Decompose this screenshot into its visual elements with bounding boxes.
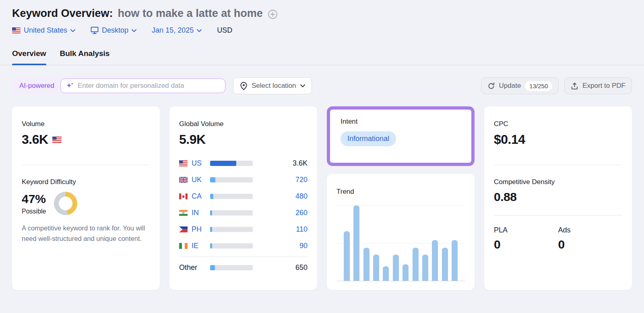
global-volume-row[interactable]: CA480: [179, 191, 308, 202]
trend-bar: [422, 255, 428, 281]
trend-bar: [353, 205, 359, 281]
global-volume-row[interactable]: IN260: [179, 207, 308, 218]
domain-input[interactable]: [78, 82, 220, 90]
volume-value: 3.6K: [22, 132, 48, 147]
volume-bar: [210, 210, 253, 216]
tab-overview[interactable]: Overview: [12, 49, 46, 65]
country-code-link[interactable]: IN: [192, 209, 206, 217]
difficulty-description: A competitive keyword to rank for. You w…: [22, 223, 150, 244]
update-label: Update: [499, 82, 521, 90]
divider: [494, 165, 622, 165]
trend-card: Trend: [327, 174, 475, 290]
volume-bar: [210, 161, 253, 166]
date-label: Jan 15, 2025: [152, 26, 194, 35]
competitive-density-value: 0.88: [494, 190, 622, 204]
page-title: Keyword Overview:: [12, 7, 113, 20]
divider: [22, 165, 150, 165]
volume-bar: [210, 243, 253, 249]
intent-label: Intent: [341, 118, 461, 126]
chevron-down-icon: [132, 29, 136, 32]
intent-card-highlighted: Intent Informational: [327, 106, 475, 166]
divider: [494, 215, 622, 216]
export-pdf-label: Export to PDF: [582, 82, 625, 90]
trend-bars: [336, 205, 465, 281]
cpc-card: CPC $0.14 Competitive Density 0.88 PLA 0…: [484, 106, 632, 290]
metrics-cards: Volume 3.6K Keyword Difficulty 47% Possi…: [12, 106, 632, 289]
controls-row: AI-powered Select location Update 13/250…: [12, 77, 632, 94]
country-code-link[interactable]: US: [192, 159, 206, 168]
ads-value: 0: [558, 238, 623, 251]
trend-bar: [363, 248, 369, 281]
trend-bar: [373, 255, 379, 281]
global-volume-row[interactable]: UK720: [179, 174, 308, 185]
volume-difficulty-card: Volume 3.6K Keyword Difficulty 47% Possi…: [12, 106, 160, 290]
database-selector[interactable]: United States: [12, 26, 75, 35]
device-label: Desktop: [102, 26, 128, 35]
country-volume-value[interactable]: 90: [257, 242, 308, 250]
keyword-overview-page: Keyword Overview: how to make a latte at…: [0, 7, 644, 313]
volume-bar: [210, 194, 253, 199]
tab-bulk-analysis[interactable]: Bulk Analysis: [60, 49, 110, 65]
select-location-label: Select location: [252, 82, 296, 90]
trend-bar: [402, 264, 409, 281]
volume-bar: [210, 177, 253, 182]
axis-baseline: [336, 281, 465, 281]
country-code-link[interactable]: UK: [192, 176, 206, 184]
difficulty-percent: 47%: [22, 192, 46, 206]
global-volume-row[interactable]: US3.6K: [179, 158, 308, 169]
us-flag-icon: [12, 27, 21, 33]
global-volume-row[interactable]: IE90: [179, 240, 308, 251]
domain-input-wrap: [60, 79, 225, 93]
ads-label: Ads: [558, 226, 623, 234]
country-volume-value[interactable]: 720: [257, 176, 308, 184]
trend-bar: [413, 248, 419, 281]
global-volume-row[interactable]: PH110: [179, 224, 308, 235]
competitive-density-label: Competitive Density: [494, 178, 622, 186]
export-icon: [571, 82, 578, 90]
volume-label: Volume: [22, 120, 150, 128]
filters-bar: United States Desktop Jan 15, 2025 USD: [12, 26, 632, 35]
global-volume-label: Global Volume: [179, 120, 308, 128]
intent-trend-column: Intent Informational Trend: [327, 106, 475, 290]
country-volume-value[interactable]: 480: [257, 192, 308, 201]
add-keyword-icon[interactable]: [268, 9, 278, 19]
chevron-down-icon: [197, 29, 202, 32]
us-flag-icon: [52, 137, 62, 143]
global-volume-other-row: Other 650: [179, 262, 308, 273]
ca-flag-icon: [179, 193, 188, 199]
divider: [179, 257, 308, 257]
device-selector[interactable]: Desktop: [91, 26, 136, 35]
location-pin-icon: [240, 82, 248, 90]
date-selector[interactable]: Jan 15, 2025: [152, 26, 202, 35]
global-volume-list: US3.6KUK720CA480IN260PH110IE90: [179, 158, 308, 251]
sparkles-icon: [66, 82, 74, 90]
country-volume-value[interactable]: 110: [257, 225, 308, 234]
cpc-value: $0.14: [494, 132, 622, 147]
export-pdf-button[interactable]: Export to PDF: [564, 77, 632, 94]
in-flag-icon: [179, 210, 188, 216]
chevron-down-icon: [70, 29, 75, 32]
select-location-button[interactable]: Select location: [233, 77, 312, 94]
trend-bar-chart: [336, 205, 465, 281]
global-volume-value: 5.9K: [179, 132, 308, 147]
update-quota-badge: 13/250: [525, 81, 552, 91]
other-volume-value: 650: [257, 263, 308, 272]
other-label: Other: [179, 263, 206, 272]
trend-label: Trend: [336, 188, 465, 196]
country-code-link[interactable]: PH: [192, 225, 206, 234]
trend-bar: [432, 240, 438, 281]
update-button[interactable]: Update 13/250: [481, 77, 559, 94]
database-label: United States: [24, 26, 67, 35]
trend-bar: [383, 266, 389, 281]
ai-powered-badge: AI-powered: [13, 82, 60, 90]
trend-bar: [393, 255, 399, 281]
country-code-link[interactable]: IE: [192, 242, 206, 250]
intent-informational-badge[interactable]: Informational: [341, 131, 396, 146]
country-volume-value[interactable]: 260: [257, 209, 308, 217]
difficulty-donut-chart: [54, 192, 77, 215]
country-code-link[interactable]: CA: [192, 192, 206, 201]
country-volume-value[interactable]: 3.6K: [257, 159, 308, 168]
tabs-bar: Overview Bulk Analysis: [0, 49, 644, 65]
pla-label: PLA: [494, 226, 558, 234]
chevron-down-icon: [300, 84, 305, 87]
